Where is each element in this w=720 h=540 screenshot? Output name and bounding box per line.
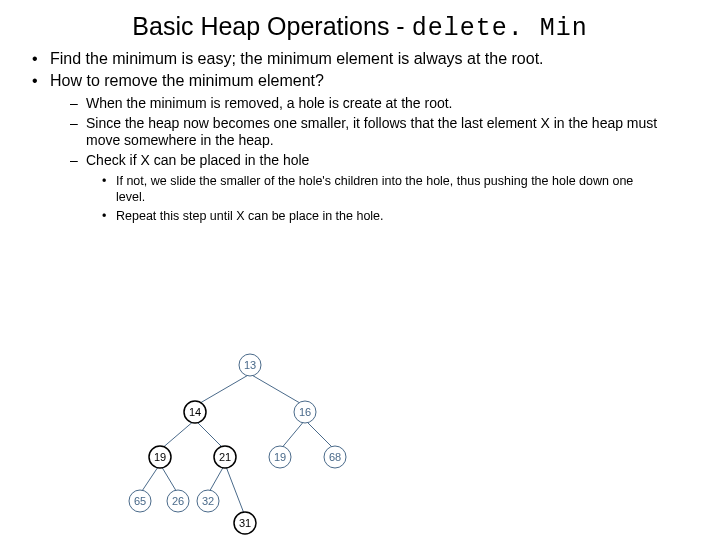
title-prefix: Basic Heap Operations -: [132, 12, 411, 40]
node-label: 14: [189, 406, 201, 418]
svg-line-0: [195, 374, 250, 406]
heap-tree-diagram: 13 14 16 19 21 19 68 65 26 32 31: [100, 350, 400, 540]
node-label: 65: [134, 495, 146, 507]
node-label: 26: [172, 495, 184, 507]
l2-item: Since the heap now becomes one smaller, …: [86, 115, 720, 150]
node-label: 19: [154, 451, 166, 463]
l3-item: If not, we slide the smaller of the hole…: [116, 173, 690, 206]
title-mono: delete. Min: [412, 14, 588, 43]
svg-line-3: [195, 420, 225, 450]
l2-item: Check if X can be placed in the hole If …: [86, 152, 720, 224]
svg-line-5: [305, 420, 335, 450]
bullet-list-level2: When the minimum is removed, a hole is c…: [50, 95, 720, 224]
l3-item: Repeat this step until X can be place in…: [116, 208, 690, 224]
l1-item: How to remove the minimum element? When …: [50, 71, 720, 224]
l1-item-text: How to remove the minimum element?: [50, 72, 324, 89]
svg-line-6: [140, 464, 160, 494]
l2-item-text: Check if X can be placed in the hole: [86, 152, 309, 168]
node-label: 21: [219, 451, 231, 463]
l1-item: Find the minimum is easy; the minimum el…: [50, 49, 720, 69]
node-label: 31: [239, 517, 251, 529]
bullet-list-level3: If not, we slide the smaller of the hole…: [86, 173, 690, 224]
svg-line-4: [280, 420, 305, 450]
svg-line-7: [160, 464, 178, 494]
node-label: 32: [202, 495, 214, 507]
node-label: 19: [274, 451, 286, 463]
slide-title: Basic Heap Operations - delete. Min: [0, 12, 720, 43]
l2-item: When the minimum is removed, a hole is c…: [86, 95, 720, 113]
node-label: 68: [329, 451, 341, 463]
svg-line-1: [250, 374, 305, 406]
svg-line-2: [160, 420, 195, 450]
svg-line-8: [208, 464, 225, 494]
bullet-list-level1: Find the minimum is easy; the minimum el…: [0, 49, 720, 224]
node-label: 13: [244, 359, 256, 371]
svg-line-9: [225, 464, 245, 516]
node-label: 16: [299, 406, 311, 418]
